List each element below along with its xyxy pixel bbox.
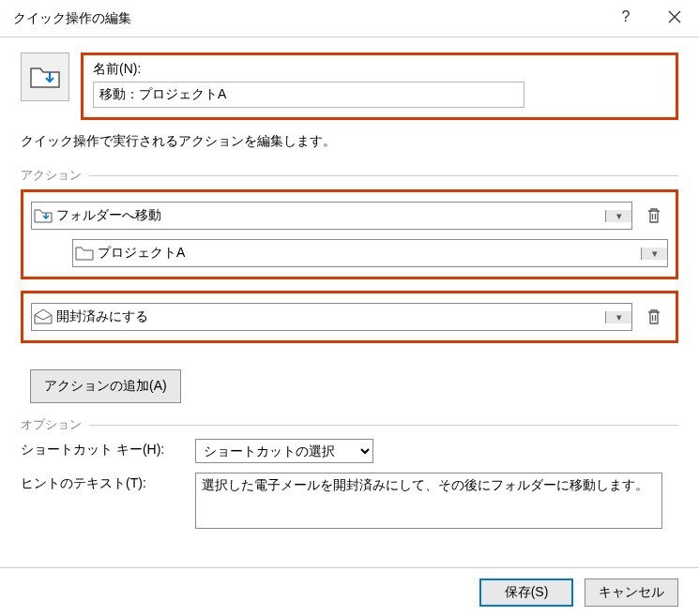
save-button[interactable]: 保存(S) bbox=[479, 578, 573, 607]
close-button[interactable] bbox=[650, 0, 699, 34]
actions-section-header: アクション bbox=[21, 167, 678, 184]
chevron-down-icon: ▾ bbox=[605, 210, 631, 222]
name-input[interactable] bbox=[93, 82, 524, 108]
close-icon bbox=[668, 10, 681, 23]
quickstep-icon-picker[interactable] bbox=[21, 53, 69, 101]
options-section-header: オプション bbox=[21, 416, 678, 433]
trash-icon bbox=[646, 207, 661, 224]
delete-action-button[interactable] bbox=[640, 303, 668, 331]
chevron-down-icon: ▾ bbox=[641, 248, 667, 260]
action-type-select[interactable]: 開封済みにする ▾ bbox=[31, 303, 632, 331]
name-label: 名前(N): bbox=[93, 61, 666, 78]
help-button[interactable]: ? bbox=[601, 0, 650, 34]
hint-text-input[interactable] bbox=[195, 473, 662, 529]
options-section-label: オプション bbox=[21, 416, 82, 433]
titlebar: クイック操作の編集 ? bbox=[0, 0, 699, 38]
folder-target-label: プロジェクトA bbox=[96, 245, 641, 262]
folder-move-icon bbox=[29, 63, 61, 91]
folder-move-icon bbox=[32, 206, 54, 225]
action-type-label: 開封済みにする bbox=[54, 308, 605, 325]
name-highlight: 名前(N): bbox=[81, 53, 678, 120]
shortcut-key-select[interactable]: ショートカットの選択 bbox=[195, 439, 373, 463]
cancel-button[interactable]: キャンセル bbox=[585, 578, 678, 607]
actions-section-label: アクション bbox=[21, 167, 82, 184]
add-action-button[interactable]: アクションの追加(A) bbox=[30, 369, 181, 403]
action-group-2-highlight: 開封済みにする ▾ bbox=[21, 291, 678, 343]
trash-icon bbox=[646, 308, 661, 325]
window-title: クイック操作の編集 bbox=[13, 10, 131, 27]
description-text: クイック操作で実行されるアクションを編集します。 bbox=[21, 133, 678, 150]
open-envelope-icon bbox=[32, 308, 54, 326]
dialog-button-bar: 保存(S) キャンセル bbox=[0, 567, 699, 616]
folder-target-select[interactable]: プロジェクトA ▾ bbox=[72, 239, 668, 267]
shortcut-key-label: ショートカット キー(H): bbox=[21, 439, 180, 458]
folder-icon bbox=[73, 244, 96, 263]
action-type-select[interactable]: フォルダーへ移動 ▾ bbox=[31, 202, 632, 230]
action-type-label: フォルダーへ移動 bbox=[54, 207, 605, 224]
delete-action-button[interactable] bbox=[640, 202, 668, 230]
action-group-1-highlight: フォルダーへ移動 ▾ プロジェクトA ▾ bbox=[21, 189, 678, 279]
chevron-down-icon: ▾ bbox=[605, 311, 631, 323]
hint-text-label: ヒントのテキスト(T): bbox=[21, 473, 180, 492]
